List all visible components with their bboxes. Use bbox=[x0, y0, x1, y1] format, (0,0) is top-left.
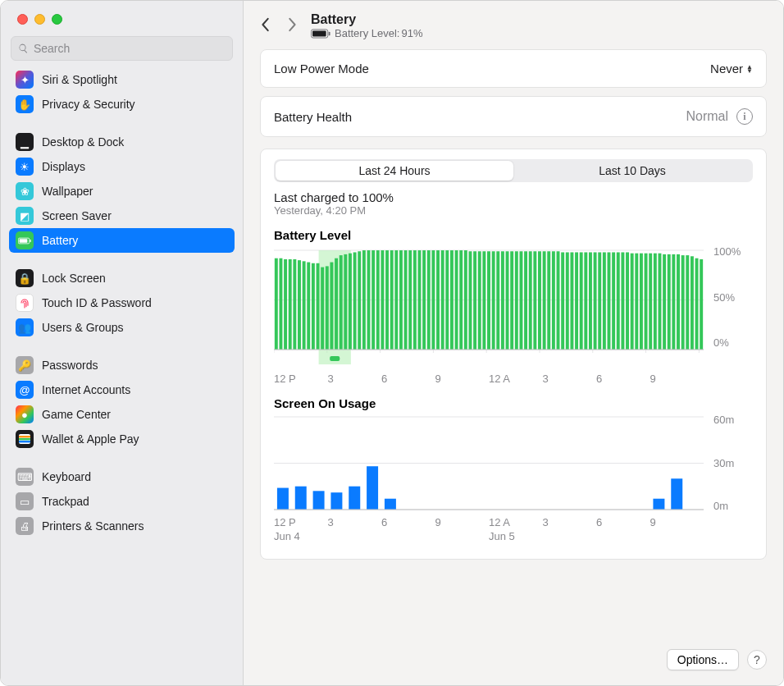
sidebar-item-label: Wallpaper bbox=[42, 185, 93, 198]
svg-rect-61 bbox=[445, 250, 449, 350]
svg-rect-29 bbox=[298, 260, 301, 350]
sidebar-item-users-groups[interactable]: 👥Users & Groups bbox=[9, 315, 235, 340]
svg-rect-66 bbox=[468, 251, 472, 350]
svg-rect-48 bbox=[385, 250, 389, 350]
svg-rect-47 bbox=[381, 250, 384, 350]
svg-rect-65 bbox=[464, 250, 467, 350]
sidebar-item-screen-saver[interactable]: ◩Screen Saver bbox=[9, 204, 235, 228]
svg-rect-97 bbox=[612, 252, 615, 349]
sidebar-item-keyboard[interactable]: ⌨Keyboard bbox=[9, 464, 235, 489]
sidebar-item-displays[interactable]: ☀Displays bbox=[9, 154, 235, 179]
sidebar-list[interactable]: ✦Siri & Spotlight✋Privacy & Security▁Des… bbox=[1, 67, 243, 685]
main-pane: Battery Battery Level: 91% Low Power Mod… bbox=[244, 1, 783, 685]
sidebar-item-printers-scanners[interactable]: 🖨Printers & Scanners bbox=[9, 514, 235, 538]
battery-health-value: Normal bbox=[686, 109, 728, 124]
pref-icon bbox=[16, 430, 34, 448]
battery-health-info-button[interactable]: i bbox=[736, 108, 753, 125]
svg-rect-46 bbox=[376, 250, 380, 350]
svg-rect-95 bbox=[603, 252, 606, 349]
screen-on-yaxis: 60m30m0m bbox=[712, 414, 753, 512]
sidebar-item-desktop-dock[interactable]: ▁Desktop & Dock bbox=[9, 130, 235, 154]
svg-rect-109 bbox=[668, 254, 671, 350]
svg-rect-105 bbox=[649, 254, 652, 350]
sidebar-item-lock-screen[interactable]: 🔒Lock Screen bbox=[9, 266, 235, 290]
low-power-mode-popup[interactable]: Never ▲▼ bbox=[710, 62, 753, 75]
options-button[interactable]: Options… bbox=[667, 649, 739, 670]
last-charged-block: Last charged to 100% Yesterday, 4:20 PM bbox=[274, 190, 753, 217]
zoom-window-button[interactable] bbox=[52, 14, 62, 25]
sidebar-item-label: Siri & Spotlight bbox=[42, 73, 117, 86]
sidebar-item-siri-spotlight[interactable]: ✦Siri & Spotlight bbox=[9, 67, 235, 92]
svg-rect-41 bbox=[353, 252, 357, 349]
sidebar-item-privacy-security[interactable]: ✋Privacy & Security bbox=[9, 92, 235, 117]
usage-card: Last 24 Hours Last 10 Days Last charged … bbox=[260, 149, 767, 560]
svg-rect-67 bbox=[473, 251, 476, 350]
sidebar-item-battery[interactable]: Battery bbox=[9, 228, 235, 253]
battery-level-plot bbox=[274, 245, 704, 369]
screen-on-plot bbox=[274, 414, 704, 513]
svg-rect-114 bbox=[691, 256, 694, 350]
search-input[interactable] bbox=[34, 42, 226, 55]
svg-rect-77 bbox=[519, 251, 522, 350]
nav-forward-button[interactable] bbox=[286, 17, 298, 35]
sidebar-item-label: Displays bbox=[42, 160, 85, 173]
svg-rect-113 bbox=[686, 255, 689, 350]
tab-last-10-days[interactable]: Last 10 Days bbox=[513, 161, 751, 181]
svg-rect-40 bbox=[349, 254, 352, 350]
sidebar-item-wallet-apple-pay[interactable]: Wallet & Apple Pay bbox=[9, 427, 235, 451]
svg-rect-59 bbox=[436, 250, 440, 350]
sidebar-item-touch-id-password[interactable]: Touch ID & Password bbox=[9, 290, 235, 315]
svg-rect-100 bbox=[626, 252, 629, 349]
header: Battery Battery Level: 91% bbox=[244, 1, 783, 46]
svg-rect-51 bbox=[399, 250, 403, 350]
svg-rect-90 bbox=[580, 252, 583, 349]
date-axis: Jun 4Jun 5 bbox=[274, 530, 753, 542]
close-window-button[interactable] bbox=[17, 14, 28, 25]
pref-icon: 🔑 bbox=[16, 356, 34, 374]
svg-rect-107 bbox=[659, 254, 662, 350]
svg-rect-129 bbox=[671, 478, 682, 510]
svg-rect-89 bbox=[575, 252, 578, 349]
minimize-window-button[interactable] bbox=[34, 14, 45, 25]
footer: Options… ? bbox=[244, 649, 783, 685]
pref-icon: ❀ bbox=[16, 182, 34, 200]
sidebar-item-game-center[interactable]: ●Game Center bbox=[9, 402, 235, 427]
svg-rect-2 bbox=[30, 239, 30, 241]
sidebar-item-label: Trackpad bbox=[42, 495, 89, 508]
battery-level-yaxis: 100%50%0% bbox=[712, 245, 753, 349]
svg-rect-75 bbox=[510, 251, 513, 350]
svg-rect-69 bbox=[482, 251, 485, 350]
svg-rect-106 bbox=[654, 254, 657, 350]
screen-on-chart: Screen On Usage 60m30m0m 12 P36912 A369 … bbox=[274, 396, 753, 542]
svg-rect-99 bbox=[621, 252, 624, 349]
battery-icon bbox=[311, 29, 330, 39]
sidebar-item-label: Passwords bbox=[42, 359, 98, 372]
svg-rect-32 bbox=[312, 263, 315, 350]
window-controls bbox=[1, 1, 243, 36]
svg-rect-115 bbox=[695, 258, 699, 350]
sidebar-item-label: Game Center bbox=[42, 408, 111, 421]
svg-rect-83 bbox=[547, 251, 550, 350]
sidebar-item-passwords[interactable]: 🔑Passwords bbox=[9, 353, 235, 377]
sidebar-item-label: Wallet & Apple Pay bbox=[42, 432, 139, 446]
svg-rect-62 bbox=[450, 250, 454, 350]
sidebar-item-trackpad[interactable]: ▭Trackpad bbox=[9, 489, 235, 514]
battery-level-xaxis: 12 P36912 A369 bbox=[274, 373, 753, 385]
sidebar-item-label: Users & Groups bbox=[42, 321, 124, 334]
svg-rect-34 bbox=[321, 268, 324, 350]
sidebar-item-label: Privacy & Security bbox=[42, 98, 135, 111]
svg-rect-39 bbox=[344, 254, 347, 350]
svg-rect-88 bbox=[570, 252, 573, 349]
sidebar-item-wallpaper[interactable]: ❀Wallpaper bbox=[9, 179, 235, 204]
svg-rect-28 bbox=[293, 259, 296, 350]
help-button[interactable]: ? bbox=[747, 650, 767, 670]
pref-icon: 👥 bbox=[16, 318, 34, 336]
search-field[interactable] bbox=[11, 36, 233, 61]
sidebar-item-internet-accounts[interactable]: @Internet Accounts bbox=[9, 377, 235, 402]
tab-last-24-hours[interactable]: Last 24 Hours bbox=[276, 161, 513, 181]
svg-rect-125 bbox=[349, 487, 360, 510]
nav-back-button[interactable] bbox=[260, 17, 271, 35]
content: Low Power Mode Never ▲▼ Battery Health N… bbox=[244, 46, 783, 649]
svg-rect-126 bbox=[367, 466, 378, 510]
svg-rect-80 bbox=[533, 251, 536, 350]
